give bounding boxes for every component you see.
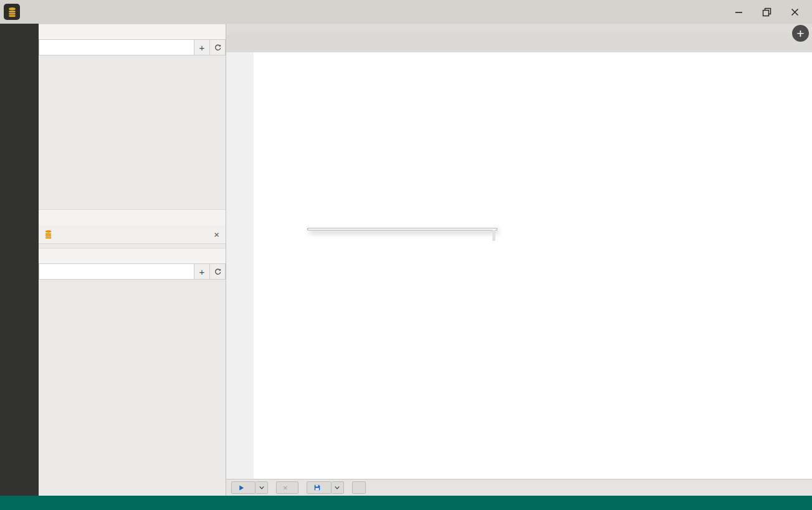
sidebar: + × + (39, 24, 226, 496)
restore-icon[interactable] (762, 7, 771, 17)
status-bar (0, 496, 812, 510)
objects-search-row: + (39, 263, 226, 280)
connections-search-row: + (39, 39, 226, 55)
new-tab-button[interactable]: + (792, 25, 809, 42)
save-icon (313, 484, 321, 491)
chevron-down-icon (334, 484, 340, 491)
x-icon: × (283, 483, 288, 493)
chevron-down-icon (259, 484, 265, 491)
refresh-objects-button[interactable] (210, 263, 226, 280)
editor-gutter (226, 52, 254, 479)
connections-tree (39, 55, 226, 208)
unpin-close-icon[interactable]: × (214, 229, 219, 240)
execute-button[interactable] (231, 481, 256, 494)
close-icon[interactable] (790, 7, 800, 17)
tab-group-strip (226, 24, 812, 33)
main-area: + × (226, 24, 812, 496)
refresh-icon (214, 268, 222, 276)
add-object-button[interactable]: + (194, 263, 210, 280)
dbgate-logo-icon (7, 7, 17, 17)
database-icon (44, 230, 53, 239)
query-toolbar: × (226, 479, 812, 496)
save-dropdown-button[interactable] (332, 481, 344, 494)
title-bar (0, 0, 812, 24)
objects-tree (39, 280, 226, 496)
connections-search-input[interactable] (39, 39, 194, 55)
window-controls (734, 7, 800, 17)
sql-editor[interactable] (226, 52, 812, 479)
objects-search-input[interactable] (39, 263, 194, 280)
pinned-item[interactable]: × (39, 225, 226, 244)
app-icon (4, 4, 20, 20)
tab-bar (226, 33, 812, 53)
autocomplete-popup (307, 228, 497, 230)
pinned-header (39, 209, 226, 226)
kill-button[interactable]: × (276, 481, 299, 494)
format-code-button[interactable] (352, 481, 366, 494)
connections-header (39, 24, 226, 40)
left-icon-rail (0, 24, 39, 496)
refresh-connections-button[interactable] (210, 39, 226, 55)
minimize-icon[interactable] (734, 7, 743, 17)
execute-dropdown-button[interactable] (256, 481, 268, 494)
save-button[interactable] (307, 481, 332, 494)
refresh-icon (214, 44, 222, 52)
editor-code[interactable] (254, 52, 812, 479)
objects-header (39, 248, 226, 265)
add-connection-button[interactable]: + (194, 39, 210, 55)
play-icon (238, 484, 245, 491)
